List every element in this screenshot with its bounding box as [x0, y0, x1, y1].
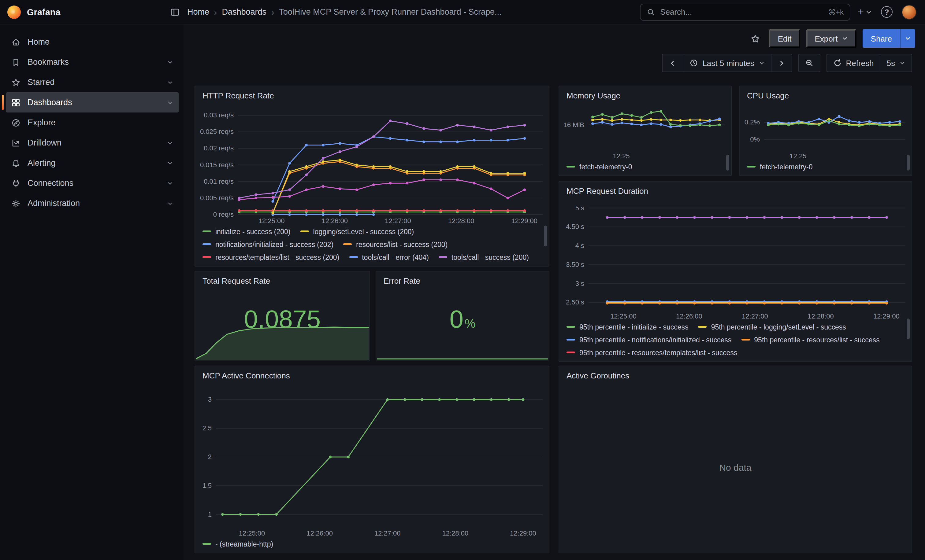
series-color-swatch [566, 326, 575, 328]
export-button[interactable]: Export [806, 29, 856, 48]
legend-item[interactable]: logging/setLevel - success (200) [300, 225, 414, 237]
series-color-swatch [202, 230, 211, 232]
time-forward-button[interactable] [771, 54, 792, 72]
share-button[interactable]: Share [863, 29, 900, 48]
sidebar-item-starred[interactable]: Starred [6, 72, 179, 92]
avatar[interactable] [902, 5, 916, 19]
sidebar-item-administration[interactable]: Administration [6, 193, 179, 213]
legend-item[interactable]: tools/list - success (200) [202, 264, 291, 266]
memory-usage-chart[interactable]: 16 MiB12:25 [559, 102, 731, 161]
series-color-swatch [202, 243, 211, 245]
bell-icon [11, 158, 21, 168]
dashboard-toolbar: Edit Export Share [184, 24, 925, 53]
time-back-button[interactable] [662, 54, 683, 72]
mcp-request-duration-chart[interactable]: 2.50 s3 s3.50 s4 s4.50 s5 s12:25:0012:26… [559, 197, 911, 321]
legend-label: - (streamable-http) [215, 540, 273, 548]
sidebar: HomeBookmarksStarredDashboardsExploreDri… [0, 24, 184, 560]
sidebar-item-label: Alerting [27, 158, 56, 168]
legend-item[interactable]: tools/call - error (404) [349, 251, 429, 263]
panel-title[interactable]: Total Request Rate [195, 272, 369, 287]
panel-title[interactable]: Error Rate [376, 272, 549, 287]
svg-text:0%: 0% [750, 135, 760, 143]
cpu-usage-chart[interactable]: 0.2%0%12:25 [740, 102, 911, 161]
sidebar-item-alerting[interactable]: Alerting [6, 153, 179, 173]
top-bar: Grafana Home›Dashboards›ToolHive MCP Ser… [0, 0, 925, 24]
dashboard-canvas: HTTP Request Rate 0 req/s0.005 req/s0.01… [184, 81, 925, 560]
refresh-button[interactable]: Refresh [826, 54, 880, 72]
legend-item[interactable]: fetch-telemetry-0 [747, 161, 813, 173]
legend-scrollbar[interactable] [726, 155, 729, 171]
sidebar-item-explore[interactable]: Explore [6, 113, 179, 133]
panel-title[interactable]: Memory Usage [559, 86, 731, 102]
time-range-picker[interactable]: Last 5 minutes [683, 54, 771, 72]
legend-label: 95th percentile - initialize - success [579, 323, 688, 330]
series-color-swatch [343, 243, 352, 245]
share-caret-button[interactable] [900, 29, 915, 48]
sidebar-item-connections[interactable]: Connections [6, 173, 179, 193]
breadcrumb-item[interactable]: Home [187, 8, 209, 17]
panel-mcp-request-duration: MCP Request Duration 2.50 s3 s3.50 s4 s4… [559, 181, 912, 362]
gear-icon [11, 198, 21, 208]
search-placeholder: Search... [660, 8, 823, 17]
legend-scrollbar[interactable] [907, 318, 910, 339]
edit-button[interactable]: Edit [769, 29, 800, 48]
search-icon [647, 8, 655, 16]
chevron-down-icon [842, 36, 848, 42]
legend-scrollbar[interactable] [907, 155, 910, 171]
panel-title[interactable]: CPU Usage [740, 86, 911, 102]
help-button[interactable]: ? [881, 6, 893, 18]
svg-text:0.03 req/s: 0.03 req/s [204, 111, 234, 119]
panel-mcp-active-connections: MCP Active Connections 11.522.5312:25:00… [194, 366, 549, 553]
panel-http-request-rate: HTTP Request Rate 0 req/s0.005 req/s0.01… [194, 86, 549, 267]
sidebar-item-label: Bookmarks [27, 57, 69, 67]
legend-item[interactable]: resources/templates/list - success (200) [202, 251, 339, 263]
favorite-star-button[interactable] [748, 31, 763, 46]
legend-item[interactable]: initialize - success (200) [202, 225, 290, 237]
breadcrumb-item[interactable]: Dashboards [222, 8, 267, 17]
breadcrumb-item[interactable]: ToolHive MCP Server & Proxy Runner Dashb… [279, 8, 501, 17]
svg-text:12:28:00: 12:28:00 [442, 530, 468, 537]
chevron-down-icon [758, 60, 764, 66]
grafana-logo-icon[interactable] [8, 5, 21, 19]
chevron-down-icon [166, 99, 174, 106]
refresh-interval-dropdown[interactable]: 5s [880, 54, 912, 72]
legend-item[interactable]: - (streamable-http) [202, 538, 273, 549]
sidebar-item-dashboards[interactable]: Dashboards [6, 92, 179, 113]
mcp-active-connections-chart[interactable]: 11.522.5312:25:0012:26:0012:27:0012:28:0… [195, 382, 549, 538]
legend-label: tools/call - error (404) [362, 254, 429, 261]
search-input[interactable]: Search... ⌘+k [640, 3, 850, 21]
sidebar-item-label: Explore [27, 118, 56, 127]
http-request-rate-chart[interactable]: 0 req/s0.005 req/s0.01 req/s0.015 req/s0… [195, 102, 549, 225]
legend-item[interactable]: unknown - success (200) [301, 264, 392, 266]
svg-text:3.50 s: 3.50 s [566, 261, 584, 269]
refresh-icon [833, 59, 842, 67]
panel-title[interactable]: MCP Request Duration [559, 182, 911, 197]
legend-item[interactable]: notifications/initialized - success (202… [202, 239, 333, 250]
panel-title[interactable]: MCP Active Connections [195, 366, 549, 382]
sidebar-toggle-icon[interactable] [170, 7, 180, 17]
sidebar-item-drilldown[interactable]: Drilldown [6, 133, 179, 153]
sidebar-item-label: Connections [27, 179, 74, 188]
sidebar-item-home[interactable]: Home [6, 32, 179, 52]
legend-item[interactable]: resources/list - success (200) [343, 239, 447, 250]
add-menu-button[interactable]: + [858, 7, 872, 17]
panel-error-rate: Error Rate 0% [376, 271, 549, 361]
panel-total-request-rate: Total Request Rate 0.0875 [194, 271, 370, 361]
sidebar-item-bookmarks[interactable]: Bookmarks [6, 52, 179, 72]
legend-item[interactable]: fetch-telemetry-0 [566, 161, 632, 173]
svg-text:4 s: 4 s [575, 242, 584, 249]
legend-item[interactable]: tools/call - success (200) [438, 251, 529, 263]
zoom-out-button[interactable] [798, 54, 820, 72]
legend-item[interactable]: 95th percentile - notifications/initiali… [566, 334, 731, 345]
panel-title[interactable]: HTTP Request Rate [195, 86, 549, 102]
series-color-swatch [566, 351, 575, 353]
series-color-swatch [566, 166, 575, 168]
panel-title[interactable]: Active Goroutines [559, 366, 911, 382]
legend-item[interactable]: 95th percentile - resources/list - succe… [741, 334, 880, 345]
legend-scrollbar[interactable] [544, 225, 547, 246]
series-color-swatch [202, 256, 211, 258]
legend-item[interactable]: 95th percentile - resources/templates/li… [566, 347, 737, 358]
legend-item[interactable]: 95th percentile - initialize - success [566, 321, 688, 333]
svg-text:12:26:00: 12:26:00 [676, 312, 702, 320]
legend-item[interactable]: 95th percentile - logging/setLevel - suc… [698, 321, 846, 333]
